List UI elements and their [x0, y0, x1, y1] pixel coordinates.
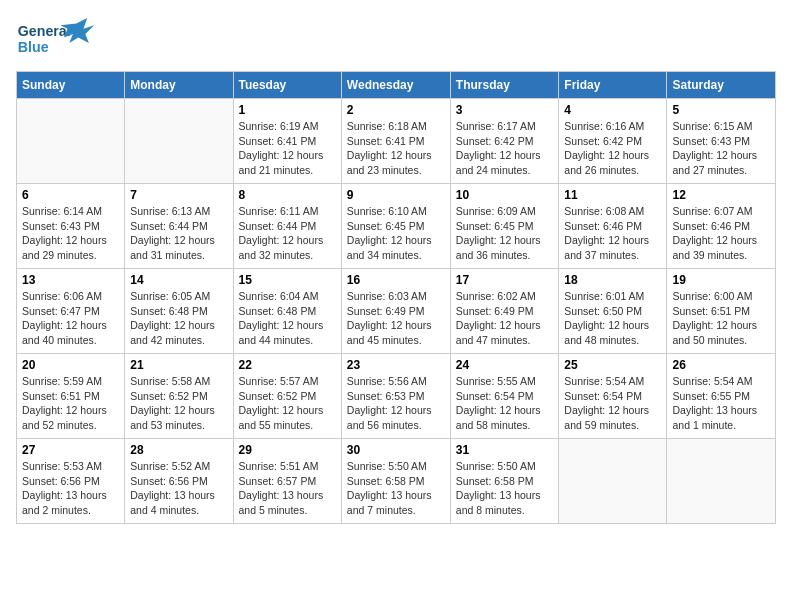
calendar-cell: 31Sunrise: 5:50 AM Sunset: 6:58 PM Dayli…	[450, 439, 559, 524]
logo: General Blue	[16, 16, 96, 61]
day-header-friday: Friday	[559, 72, 667, 99]
day-info: Sunrise: 5:57 AM Sunset: 6:52 PM Dayligh…	[239, 374, 336, 433]
day-info: Sunrise: 6:18 AM Sunset: 6:41 PM Dayligh…	[347, 119, 445, 178]
calendar-cell: 28Sunrise: 5:52 AM Sunset: 6:56 PM Dayli…	[125, 439, 233, 524]
day-info: Sunrise: 5:50 AM Sunset: 6:58 PM Dayligh…	[347, 459, 445, 518]
day-number: 12	[672, 188, 770, 202]
calendar-cell: 19Sunrise: 6:00 AM Sunset: 6:51 PM Dayli…	[667, 269, 776, 354]
calendar-cell: 18Sunrise: 6:01 AM Sunset: 6:50 PM Dayli…	[559, 269, 667, 354]
day-info: Sunrise: 6:13 AM Sunset: 6:44 PM Dayligh…	[130, 204, 227, 263]
day-info: Sunrise: 6:00 AM Sunset: 6:51 PM Dayligh…	[672, 289, 770, 348]
calendar-cell: 21Sunrise: 5:58 AM Sunset: 6:52 PM Dayli…	[125, 354, 233, 439]
calendar-cell: 12Sunrise: 6:07 AM Sunset: 6:46 PM Dayli…	[667, 184, 776, 269]
calendar-cell: 8Sunrise: 6:11 AM Sunset: 6:44 PM Daylig…	[233, 184, 341, 269]
day-number: 2	[347, 103, 445, 117]
day-number: 18	[564, 273, 661, 287]
day-info: Sunrise: 5:54 AM Sunset: 6:54 PM Dayligh…	[564, 374, 661, 433]
day-info: Sunrise: 6:03 AM Sunset: 6:49 PM Dayligh…	[347, 289, 445, 348]
calendar-header-row: SundayMondayTuesdayWednesdayThursdayFrid…	[17, 72, 776, 99]
day-info: Sunrise: 6:17 AM Sunset: 6:42 PM Dayligh…	[456, 119, 554, 178]
calendar-cell: 9Sunrise: 6:10 AM Sunset: 6:45 PM Daylig…	[341, 184, 450, 269]
week-row-5: 27Sunrise: 5:53 AM Sunset: 6:56 PM Dayli…	[17, 439, 776, 524]
svg-text:Blue: Blue	[18, 39, 49, 55]
day-info: Sunrise: 5:51 AM Sunset: 6:57 PM Dayligh…	[239, 459, 336, 518]
calendar-cell: 25Sunrise: 5:54 AM Sunset: 6:54 PM Dayli…	[559, 354, 667, 439]
calendar-cell: 17Sunrise: 6:02 AM Sunset: 6:49 PM Dayli…	[450, 269, 559, 354]
day-number: 23	[347, 358, 445, 372]
day-info: Sunrise: 6:09 AM Sunset: 6:45 PM Dayligh…	[456, 204, 554, 263]
day-info: Sunrise: 6:14 AM Sunset: 6:43 PM Dayligh…	[22, 204, 119, 263]
day-info: Sunrise: 6:10 AM Sunset: 6:45 PM Dayligh…	[347, 204, 445, 263]
calendar-cell: 14Sunrise: 6:05 AM Sunset: 6:48 PM Dayli…	[125, 269, 233, 354]
day-number: 28	[130, 443, 227, 457]
logo-icon: General Blue	[16, 16, 96, 61]
calendar-cell: 30Sunrise: 5:50 AM Sunset: 6:58 PM Dayli…	[341, 439, 450, 524]
day-info: Sunrise: 6:11 AM Sunset: 6:44 PM Dayligh…	[239, 204, 336, 263]
day-info: Sunrise: 6:06 AM Sunset: 6:47 PM Dayligh…	[22, 289, 119, 348]
calendar-cell: 7Sunrise: 6:13 AM Sunset: 6:44 PM Daylig…	[125, 184, 233, 269]
calendar-table: SundayMondayTuesdayWednesdayThursdayFrid…	[16, 71, 776, 524]
calendar-cell: 6Sunrise: 6:14 AM Sunset: 6:43 PM Daylig…	[17, 184, 125, 269]
week-row-2: 6Sunrise: 6:14 AM Sunset: 6:43 PM Daylig…	[17, 184, 776, 269]
day-info: Sunrise: 5:55 AM Sunset: 6:54 PM Dayligh…	[456, 374, 554, 433]
calendar-cell: 20Sunrise: 5:59 AM Sunset: 6:51 PM Dayli…	[17, 354, 125, 439]
calendar-cell: 10Sunrise: 6:09 AM Sunset: 6:45 PM Dayli…	[450, 184, 559, 269]
day-info: Sunrise: 5:52 AM Sunset: 6:56 PM Dayligh…	[130, 459, 227, 518]
day-number: 26	[672, 358, 770, 372]
day-info: Sunrise: 6:07 AM Sunset: 6:46 PM Dayligh…	[672, 204, 770, 263]
day-number: 21	[130, 358, 227, 372]
calendar-cell: 11Sunrise: 6:08 AM Sunset: 6:46 PM Dayli…	[559, 184, 667, 269]
calendar-cell	[17, 99, 125, 184]
calendar-cell: 26Sunrise: 5:54 AM Sunset: 6:55 PM Dayli…	[667, 354, 776, 439]
day-info: Sunrise: 6:02 AM Sunset: 6:49 PM Dayligh…	[456, 289, 554, 348]
week-row-3: 13Sunrise: 6:06 AM Sunset: 6:47 PM Dayli…	[17, 269, 776, 354]
day-number: 17	[456, 273, 554, 287]
calendar-cell	[125, 99, 233, 184]
day-header-saturday: Saturday	[667, 72, 776, 99]
week-row-1: 1Sunrise: 6:19 AM Sunset: 6:41 PM Daylig…	[17, 99, 776, 184]
day-number: 27	[22, 443, 119, 457]
calendar-cell: 13Sunrise: 6:06 AM Sunset: 6:47 PM Dayli…	[17, 269, 125, 354]
day-number: 10	[456, 188, 554, 202]
day-header-sunday: Sunday	[17, 72, 125, 99]
calendar-cell: 22Sunrise: 5:57 AM Sunset: 6:52 PM Dayli…	[233, 354, 341, 439]
day-number: 29	[239, 443, 336, 457]
calendar-cell: 1Sunrise: 6:19 AM Sunset: 6:41 PM Daylig…	[233, 99, 341, 184]
day-number: 7	[130, 188, 227, 202]
day-info: Sunrise: 5:58 AM Sunset: 6:52 PM Dayligh…	[130, 374, 227, 433]
day-number: 19	[672, 273, 770, 287]
day-info: Sunrise: 6:05 AM Sunset: 6:48 PM Dayligh…	[130, 289, 227, 348]
day-number: 22	[239, 358, 336, 372]
calendar-cell: 3Sunrise: 6:17 AM Sunset: 6:42 PM Daylig…	[450, 99, 559, 184]
day-number: 9	[347, 188, 445, 202]
day-info: Sunrise: 6:16 AM Sunset: 6:42 PM Dayligh…	[564, 119, 661, 178]
day-info: Sunrise: 5:59 AM Sunset: 6:51 PM Dayligh…	[22, 374, 119, 433]
day-info: Sunrise: 6:01 AM Sunset: 6:50 PM Dayligh…	[564, 289, 661, 348]
day-header-thursday: Thursday	[450, 72, 559, 99]
day-number: 30	[347, 443, 445, 457]
day-number: 24	[456, 358, 554, 372]
day-number: 31	[456, 443, 554, 457]
day-header-monday: Monday	[125, 72, 233, 99]
page-header: General Blue	[16, 16, 776, 61]
day-number: 5	[672, 103, 770, 117]
day-header-tuesday: Tuesday	[233, 72, 341, 99]
day-info: Sunrise: 5:53 AM Sunset: 6:56 PM Dayligh…	[22, 459, 119, 518]
calendar-cell: 29Sunrise: 5:51 AM Sunset: 6:57 PM Dayli…	[233, 439, 341, 524]
day-number: 3	[456, 103, 554, 117]
day-info: Sunrise: 6:04 AM Sunset: 6:48 PM Dayligh…	[239, 289, 336, 348]
day-info: Sunrise: 5:54 AM Sunset: 6:55 PM Dayligh…	[672, 374, 770, 433]
day-number: 16	[347, 273, 445, 287]
calendar-cell	[667, 439, 776, 524]
calendar-cell: 16Sunrise: 6:03 AM Sunset: 6:49 PM Dayli…	[341, 269, 450, 354]
day-number: 8	[239, 188, 336, 202]
day-number: 14	[130, 273, 227, 287]
calendar-cell: 24Sunrise: 5:55 AM Sunset: 6:54 PM Dayli…	[450, 354, 559, 439]
day-number: 4	[564, 103, 661, 117]
day-number: 1	[239, 103, 336, 117]
day-number: 15	[239, 273, 336, 287]
calendar-cell: 27Sunrise: 5:53 AM Sunset: 6:56 PM Dayli…	[17, 439, 125, 524]
day-number: 11	[564, 188, 661, 202]
day-number: 20	[22, 358, 119, 372]
calendar-cell: 15Sunrise: 6:04 AM Sunset: 6:48 PM Dayli…	[233, 269, 341, 354]
